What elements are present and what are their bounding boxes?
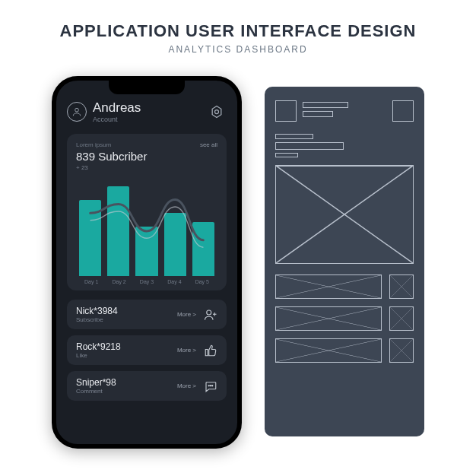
subscriber-chart [76,177,217,276]
page-subtitle: ANALYTICS DASHBOARD [0,44,476,55]
activity-item[interactable]: Sniper*98CommentMore > [67,371,227,401]
more-link[interactable]: More > [177,347,196,354]
activity-action: Subscribe [76,316,177,323]
chart-xaxis: Day 1Day 2Day 3Day 4Day 5 [76,276,217,284]
wireframe-panel [265,87,424,436]
wf-line [303,111,333,117]
avatar[interactable] [67,102,87,122]
svg-point-6 [208,385,209,386]
svg-point-7 [210,385,211,386]
activity-name: Sniper*98 [76,377,177,388]
svg-point-0 [75,108,79,112]
app-header: Andreas Account [67,100,227,123]
more-link[interactable]: More > [177,382,196,389]
account-label: Account [93,116,201,123]
card-caption: Lorem ipsum [76,141,111,148]
activity-name: Nick*3984 [76,306,177,316]
wf-line [275,153,298,157]
wf-avatar-box [275,100,297,122]
wf-list-item [275,306,414,331]
svg-point-2 [215,110,219,114]
svg-line-10 [276,166,413,263]
wf-line [303,102,348,108]
xaxis-label: Day 4 [160,279,188,284]
page-title: APPLICATION USER INTERFACE DESIGN [0,21,476,41]
wf-list-item [275,274,414,299]
xaxis-label: Day 5 [189,279,216,284]
phone-mockup: Andreas Account Lorem ipsum see all 839 … [52,76,242,449]
user-plus-icon [204,308,217,322]
activity-item[interactable]: Rock*9218LikeMore > [67,335,227,365]
svg-point-3 [207,310,211,315]
see-all-link[interactable]: see all [200,141,217,148]
xaxis-label: Day 1 [78,279,105,284]
subscriber-count: 839 Subcriber [76,150,217,163]
settings-button[interactable] [207,102,227,122]
gear-icon [209,104,224,119]
activity-action: Comment [76,388,177,395]
activity-list: Nick*3984SubscribeMore >Rock*9218LikeMor… [67,300,227,401]
svg-line-9 [276,166,413,263]
activity-item[interactable]: Nick*3984SubscribeMore > [67,300,227,329]
xaxis-label: Day 2 [105,279,132,284]
thumbs-up-icon [204,344,217,357]
svg-marker-1 [212,106,221,118]
wf-chart-box [275,165,414,264]
user-name: Andreas [93,100,201,116]
subscriber-delta: + 23 [76,164,217,171]
more-link[interactable]: More > [177,311,196,318]
wf-line [275,142,344,150]
message-icon [204,379,217,393]
wf-settings-box [392,100,414,122]
activity-name: Rock*9218 [76,341,177,352]
stats-card: Lorem ipsum see all 839 Subcriber + 23 D… [67,134,227,290]
xaxis-label: Day 3 [133,279,160,284]
wf-line [275,134,313,139]
wf-list-item [275,338,414,363]
activity-action: Like [76,352,177,359]
svg-point-8 [212,385,213,386]
user-icon [71,106,82,117]
